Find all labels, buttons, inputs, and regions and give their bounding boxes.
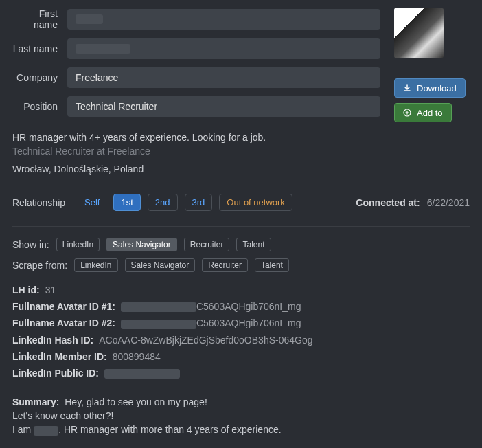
first-name-label: First name [12, 8, 67, 30]
plus-circle-icon [403, 109, 411, 117]
field-first-name: First name [12, 8, 380, 30]
connected-at: Connected at: 6/22/2021 [356, 197, 470, 208]
scrape-linkedin[interactable]: LinkedIn [74, 258, 117, 272]
member-value: 800899484 [113, 351, 161, 362]
field-company: Company [12, 67, 380, 88]
avatar2-value: C5603AQHgib706nI_mg [121, 317, 301, 328]
redacted-text [76, 14, 103, 24]
redacted-text [104, 369, 180, 379]
relationship-out[interactable]: Out of network [219, 194, 292, 211]
relationship-row: Relationship Self 1st 2nd 3rd Out of net… [12, 194, 470, 211]
avatar-id-2: Fullname Avatar ID #2: C5603AQHgib706nI_… [12, 317, 470, 328]
member-id: LinkedIn Member ID: 800899484 [12, 351, 470, 362]
relationship-2nd[interactable]: 2nd [148, 194, 178, 211]
ids-block: LH id: 31 Fullname Avatar ID #1: C5603AQ… [12, 284, 470, 379]
scrape-salesnav[interactable]: Sales Navigator [125, 258, 196, 272]
show-in-salesnav[interactable]: Sales Navigator [106, 238, 177, 251]
headline: HR manager with 4+ years of experience. … [12, 132, 470, 143]
form-column: First name Last name Company Position [12, 8, 380, 128]
download-icon [403, 84, 411, 92]
connected-at-value: 6/22/2021 [427, 197, 470, 208]
public-id: LinkedIn Public ID: [12, 368, 470, 379]
summary-line2: Let's know each other?! [12, 410, 113, 421]
divider [12, 226, 470, 227]
position-input[interactable] [67, 96, 380, 117]
summary-line1: Hey, glad to see you on my page! [65, 396, 207, 407]
show-in-row: Show in: LinkedIn Sales Navigator Recrui… [12, 238, 470, 251]
summary-block: Summary: Hey, glad to see you on my page… [12, 395, 470, 437]
location: Wrocław, Dolnośląskie, Poland [12, 164, 470, 175]
position-label: Position [12, 101, 67, 112]
relationship-3rd[interactable]: 3rd [185, 194, 213, 211]
show-in-talent[interactable]: Talent [236, 238, 271, 251]
avatar1-label: Fullname Avatar ID #1: [12, 301, 115, 312]
connected-at-label: Connected at: [356, 197, 420, 208]
show-in-recruiter[interactable]: Recruiter [184, 238, 230, 251]
redacted-text [34, 426, 58, 436]
field-last-name: Last name [12, 38, 380, 59]
side-column: Download Add to [394, 8, 470, 128]
hash-value: ACoAAC-8wZwBjkjZEdGjSbefd0oOB3hS-064Gog [99, 335, 312, 346]
relationship-label: Relationship [12, 197, 65, 208]
redacted-text [121, 302, 196, 312]
summary-label: Summary: [12, 396, 59, 407]
add-to-label: Add to [417, 108, 443, 118]
member-label: LinkedIn Member ID: [12, 351, 107, 362]
show-in-label: Show in: [12, 239, 49, 250]
summary-line3: I am , HR manager with more than 4 years… [12, 424, 282, 435]
lh-id-label: LH id: [12, 284, 40, 295]
relationship-1st[interactable]: 1st [113, 194, 140, 211]
last-name-label: Last name [12, 43, 67, 54]
first-name-input[interactable] [67, 9, 380, 30]
scrape-from-row: Scrape from: LinkedIn Sales Navigator Re… [12, 258, 470, 272]
avatar [394, 8, 444, 58]
hash-label: LinkedIn Hash ID: [12, 335, 93, 346]
avatar-id-1: Fullname Avatar ID #1: C5603AQHgib706nI_… [12, 301, 470, 312]
lh-id: LH id: 31 [12, 284, 470, 295]
field-position: Position [12, 96, 380, 117]
scrape-recruiter[interactable]: Recruiter [202, 258, 248, 272]
public-value [104, 368, 180, 379]
relationship-options: Self 1st 2nd 3rd Out of network [78, 194, 343, 211]
avatar2-label: Fullname Avatar ID #2: [12, 317, 115, 328]
lh-id-value: 31 [45, 284, 56, 295]
hash-id: LinkedIn Hash ID: ACoAAC-8wZwBjkjZEdGjSb… [12, 335, 470, 346]
company-label: Company [12, 72, 67, 83]
scrape-from-label: Scrape from: [12, 260, 67, 271]
public-label: LinkedIn Public ID: [12, 368, 99, 379]
scrape-talent[interactable]: Talent [255, 258, 289, 272]
redacted-text [121, 320, 196, 329]
redacted-text [76, 44, 130, 54]
add-to-button[interactable]: Add to [394, 103, 452, 122]
download-button[interactable]: Download [394, 78, 466, 98]
avatar1-value: C5603AQHgib706nI_mg [121, 301, 301, 312]
company-input[interactable] [67, 67, 380, 88]
relationship-self[interactable]: Self [78, 194, 106, 210]
last-name-input[interactable] [67, 38, 380, 59]
download-label: Download [417, 83, 457, 93]
subhead: Technical Recruiter at Freelance [12, 146, 470, 157]
top-row: First name Last name Company Position [12, 8, 470, 128]
show-in-linkedin[interactable]: LinkedIn [56, 238, 100, 251]
